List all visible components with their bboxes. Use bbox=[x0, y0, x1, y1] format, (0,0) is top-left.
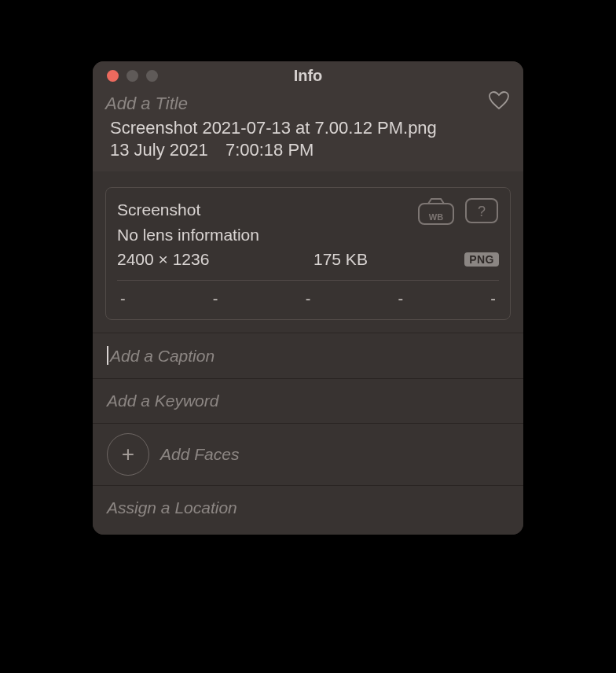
faces-label: Add Faces bbox=[160, 445, 239, 464]
question-badge-icon: ? bbox=[464, 197, 499, 224]
keyword-input[interactable]: Add a Keyword bbox=[93, 378, 523, 423]
lens-label: No lens information bbox=[117, 222, 259, 248]
window-title: Info bbox=[102, 67, 514, 85]
maximize-button[interactable] bbox=[146, 70, 158, 82]
add-face-button[interactable]: + bbox=[107, 433, 149, 476]
info-window: Info Add a Title Screenshot 2021-07-13 a… bbox=[93, 61, 523, 535]
filesize-label: 175 KB bbox=[314, 250, 464, 269]
filename-label: Screenshot 2021-07-13 at 7.00.12 PM.png bbox=[105, 116, 511, 141]
exif-slot: - bbox=[213, 290, 218, 308]
keyword-placeholder: Add a Keyword bbox=[107, 392, 218, 410]
unknown-format-button[interactable]: ? bbox=[464, 197, 499, 229]
dimensions-label: 2400 × 1236 bbox=[117, 250, 314, 269]
faces-section: + Add Faces bbox=[93, 423, 523, 485]
caption-placeholder: Add a Caption bbox=[110, 347, 214, 365]
svg-text:?: ? bbox=[478, 204, 486, 219]
svg-text:WB: WB bbox=[429, 212, 443, 222]
exif-slot: - bbox=[120, 290, 126, 308]
traffic-lights bbox=[107, 70, 158, 82]
camera-info-box: Screenshot No lens information WB bbox=[105, 187, 511, 320]
exif-slot: - bbox=[306, 290, 311, 308]
white-balance-button[interactable]: WB bbox=[417, 197, 455, 229]
exif-row: - - - - - bbox=[117, 280, 499, 319]
text-cursor bbox=[107, 346, 108, 365]
heart-icon bbox=[489, 91, 509, 110]
header: Add a Title Screenshot 2021-07-13 at 7.0… bbox=[93, 90, 523, 171]
content: Screenshot No lens information WB bbox=[93, 187, 523, 535]
camera-wb-icon: WB bbox=[417, 197, 455, 226]
minimize-button[interactable] bbox=[126, 70, 138, 82]
title-input[interactable]: Add a Title bbox=[105, 93, 511, 116]
source-label: Screenshot bbox=[117, 197, 259, 222]
caption-input[interactable]: Add a Caption bbox=[93, 333, 523, 378]
datetime-label: 13 July 2021 7:00:18 PM bbox=[105, 140, 511, 160]
plus-icon: + bbox=[122, 442, 134, 467]
exif-slot: - bbox=[490, 290, 496, 308]
time-label: 7:00:18 PM bbox=[226, 140, 314, 160]
exif-slot: - bbox=[398, 290, 403, 308]
location-input[interactable]: Assign a Location bbox=[93, 485, 523, 535]
close-button[interactable] bbox=[107, 70, 119, 82]
format-badge: PNG bbox=[464, 252, 499, 267]
location-placeholder: Assign a Location bbox=[107, 498, 237, 517]
favorite-button[interactable] bbox=[489, 91, 509, 113]
titlebar: Info bbox=[93, 61, 523, 90]
date-label: 13 July 2021 bbox=[110, 140, 208, 160]
